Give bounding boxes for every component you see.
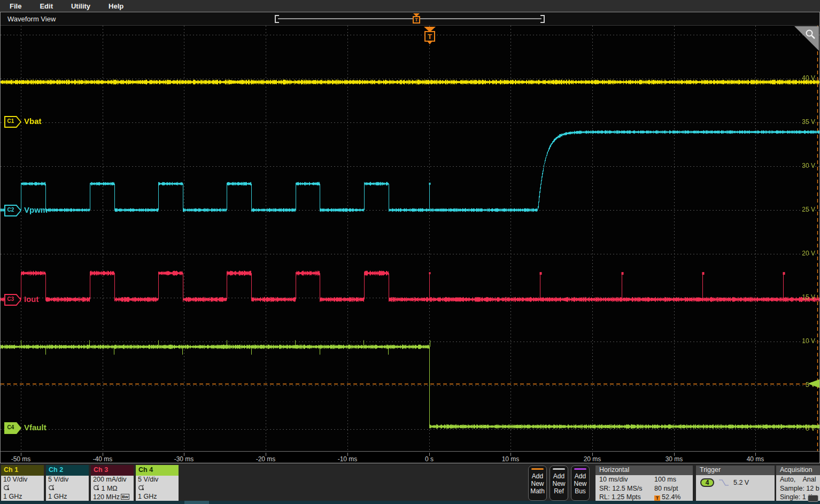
channel-card-title: Ch 4	[136, 465, 179, 476]
badge-text: C3	[4, 296, 17, 302]
y-axis-label: 40 V	[783, 74, 815, 82]
add-new-ref-button[interactable]: AddNewRef	[550, 466, 568, 501]
time-axis-label: -30 ms	[163, 455, 205, 463]
channel-badge-c4[interactable]: C4	[4, 422, 21, 434]
waveform-view-window: Waveform View T 40 V35 V30 V25 V20 V15 V…	[0, 12, 820, 463]
badge-text: C2	[4, 207, 17, 213]
channel-card-body: 5 V/div1 GHz	[46, 476, 89, 501]
trigger-panel-title: Trigger	[696, 466, 775, 475]
menu-item-edit[interactable]: Edit	[40, 2, 53, 10]
trigger-tail-icon	[428, 42, 432, 44]
bottom-settings-bar: Ch 110 V/div1 GHzCh 25 V/div1 GHzCh 3200…	[0, 464, 820, 504]
channel-coupling	[48, 484, 89, 493]
time-axis-label: -40 ms	[81, 455, 124, 463]
horizontal-position-bar[interactable]: T	[275, 15, 545, 23]
time-axis-label: 20 ms	[571, 455, 614, 463]
time-axis-label: -10 ms	[326, 455, 369, 463]
channel-badge-c1[interactable]: C1	[4, 116, 21, 128]
time-axis-label: -20 ms	[244, 455, 287, 463]
y-axis-label: 0 V	[783, 425, 815, 432]
channel-coupling: 1 MΩ	[93, 484, 134, 493]
horizontal-window: 100 ms	[654, 475, 693, 484]
channel-label-iout: Iout	[24, 294, 39, 304]
time-axis-label: 40 ms	[734, 455, 777, 463]
channel-badge-c2[interactable]: C2	[4, 205, 21, 216]
trigger-position-marker[interactable]: T	[423, 27, 436, 45]
waveform-canvas[interactable]	[1, 26, 819, 451]
oscilloscope-app: FileEditUtilityHelp Waveform View T 40 V…	[0, 0, 820, 504]
trigger-source-badge: 4	[700, 478, 714, 487]
channel-label-vfault: Vfault	[24, 423, 47, 432]
menu-item-help[interactable]: Help	[109, 2, 123, 10]
horizontal-panel[interactable]: Horizontal 10 ms/div 100 ms SR: 12.5 MS/…	[595, 466, 693, 503]
probe-icon	[138, 484, 144, 491]
channel-card-4[interactable]: Ch 45 V/div1 GHz	[136, 465, 179, 501]
bandwidth-limit-icon: Bw	[121, 494, 129, 500]
acquisition-sample: Sample: 12 b	[776, 484, 820, 493]
menu-item-utility[interactable]: Utility	[71, 2, 90, 10]
channel-card-body: 5 V/div1 GHz	[136, 476, 179, 501]
time-axis: -50 ms-40 ms-30 ms-20 ms-10 ms0 s10 ms20…	[1, 451, 819, 463]
scrollbar-thumb[interactable]	[184, 501, 209, 504]
channel-card-3[interactable]: Ch 3200 mA/div 1 MΩ120 MHzBw	[91, 465, 134, 501]
button-accent-bar	[531, 468, 544, 470]
add-new-bus-button[interactable]: AddNewBus	[571, 466, 590, 501]
menu-bar: FileEditUtilityHelp	[0, 0, 820, 12]
channel-scale: 5 V/div	[48, 476, 89, 484]
probe-icon	[3, 484, 10, 491]
acquisition-panel-title: Acquisition	[776, 466, 820, 475]
channel-card-2[interactable]: Ch 25 V/div1 GHz	[46, 465, 89, 501]
channel-impedance: 1 MΩ	[101, 485, 117, 492]
channel-bandwidth: 1 GHz	[138, 493, 179, 501]
time-axis-label: 30 ms	[653, 455, 695, 463]
time-axis-label: 10 ms	[489, 455, 532, 463]
waveform-view-titlebar: Waveform View T	[1, 12, 819, 26]
channel-label-vbat: Vbat	[24, 117, 42, 126]
y-axis-label: 30 V	[783, 162, 815, 169]
button-accent-bar	[574, 468, 586, 470]
panel-resize-handle[interactable]	[808, 495, 818, 502]
badge-text: C4	[4, 424, 17, 430]
waveform-view-title: Waveform View	[7, 15, 56, 23]
bottom-scrollbar[interactable]	[0, 501, 820, 504]
y-axis-label: 25 V	[783, 206, 815, 213]
acquisition-mode: Auto, Anal	[776, 475, 820, 484]
button-accent-bar	[553, 468, 565, 470]
channel-scale: 200 mA/div	[93, 476, 134, 484]
y-axis-label: 10 V	[783, 337, 815, 345]
channel-scale: 10 V/div	[3, 476, 44, 484]
badge-text: C1	[4, 118, 17, 124]
channel-card-title: Ch 2	[46, 465, 89, 476]
probe-icon	[93, 484, 99, 491]
trigger-t-icon: T	[424, 31, 435, 42]
minimap-track	[278, 18, 541, 19]
channel-card-title: Ch 1	[1, 465, 44, 476]
trigger-level-value: 5.2 V	[733, 479, 749, 486]
channel-bandwidth: 1 GHz	[48, 493, 89, 501]
channel-badge-c3[interactable]: C3	[4, 294, 21, 306]
trigger-t-icon: T	[413, 16, 420, 24]
time-axis-label: -50 ms	[0, 455, 42, 463]
y-axis-label: 15 V	[783, 293, 815, 301]
channel-card-title: Ch 3	[91, 465, 134, 476]
time-axis-label: 0 s	[408, 455, 451, 463]
channel-coupling	[3, 484, 44, 493]
sample-rate: SR: 12.5 MS/s	[599, 484, 654, 493]
trigger-panel[interactable]: Trigger 4 5.2 V	[696, 466, 775, 503]
y-axis-label: 5 V	[783, 381, 815, 389]
channel-card-body: 200 mA/div 1 MΩ120 MHzBw	[91, 476, 134, 501]
channel-bandwidth: 1 GHz	[3, 493, 44, 501]
channel-coupling	[138, 484, 179, 493]
probe-icon	[48, 484, 55, 491]
y-axis-label: 20 V	[783, 250, 815, 257]
add-new-math-button[interactable]: AddNewMath	[528, 466, 547, 501]
channel-card-1[interactable]: Ch 110 V/div1 GHz	[1, 465, 44, 501]
horizontal-panel-title: Horizontal	[595, 466, 693, 475]
channel-label-vpwm: Vpwm	[24, 205, 48, 214]
channel-scale: 5 V/div	[138, 476, 179, 484]
falling-edge-icon	[718, 479, 729, 486]
menu-item-file[interactable]: File	[10, 2, 21, 10]
horizontal-scale: 10 ms/div	[599, 475, 654, 484]
plot-area[interactable]: 40 V35 V30 V25 V20 V15 V10 V5 V0 V C1Vba…	[1, 26, 819, 451]
y-axis-label: 35 V	[783, 118, 815, 126]
